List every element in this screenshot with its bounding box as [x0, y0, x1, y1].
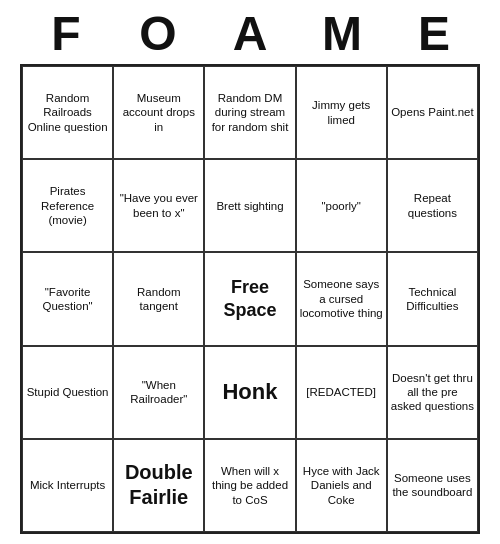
- bingo-cell-r0-c0: Random Railroads Online question: [22, 66, 113, 159]
- bingo-cell-r1-c3: "poorly": [296, 159, 387, 252]
- bingo-cell-r3-c0: Stupid Question: [22, 346, 113, 439]
- bingo-cell-r1-c1: "Have you ever been to x": [113, 159, 204, 252]
- bingo-cell-r0-c4: Opens Paint.net: [387, 66, 478, 159]
- bingo-cell-r0-c1: Museum account drops in: [113, 66, 204, 159]
- bingo-cell-r2-c3: Someone says a cursed locomotive thing: [296, 252, 387, 345]
- bingo-grid: Random Railroads Online questionMuseum a…: [20, 64, 480, 534]
- title-letter-o: O: [116, 10, 200, 58]
- bingo-cell-r2-c0: "Favorite Question": [22, 252, 113, 345]
- bingo-title: FOAME: [20, 0, 480, 64]
- bingo-cell-r3-c4: Doesn't get thru all the pre asked quest…: [387, 346, 478, 439]
- title-letter-e: E: [392, 10, 476, 58]
- bingo-cell-r2-c1: Random tangent: [113, 252, 204, 345]
- bingo-cell-r1-c2: Brett sighting: [204, 159, 295, 252]
- title-letter-m: M: [300, 10, 384, 58]
- bingo-cell-r4-c4: Someone uses the soundboard: [387, 439, 478, 532]
- bingo-cell-r1-c4: Repeat questions: [387, 159, 478, 252]
- bingo-cell-r3-c1: "When Railroader": [113, 346, 204, 439]
- title-letter-f: F: [24, 10, 108, 58]
- bingo-cell-r2-c4: Technical Difficulties: [387, 252, 478, 345]
- bingo-cell-r0-c2: Random DM during stream for random shit: [204, 66, 295, 159]
- bingo-cell-r0-c3: Jimmy gets limed: [296, 66, 387, 159]
- bingo-cell-r3-c3: [REDACTED]: [296, 346, 387, 439]
- bingo-cell-r3-c2: Honk: [204, 346, 295, 439]
- bingo-cell-r4-c1: Double Fairlie: [113, 439, 204, 532]
- bingo-cell-r4-c2: When will x thing be added to CoS: [204, 439, 295, 532]
- bingo-cell-r4-c3: Hyce with Jack Daniels and Coke: [296, 439, 387, 532]
- bingo-cell-r4-c0: Mick Interrupts: [22, 439, 113, 532]
- title-letter-a: A: [208, 10, 292, 58]
- bingo-cell-r2-c2: Free Space: [204, 252, 295, 345]
- bingo-cell-r1-c0: Pirates Reference (movie): [22, 159, 113, 252]
